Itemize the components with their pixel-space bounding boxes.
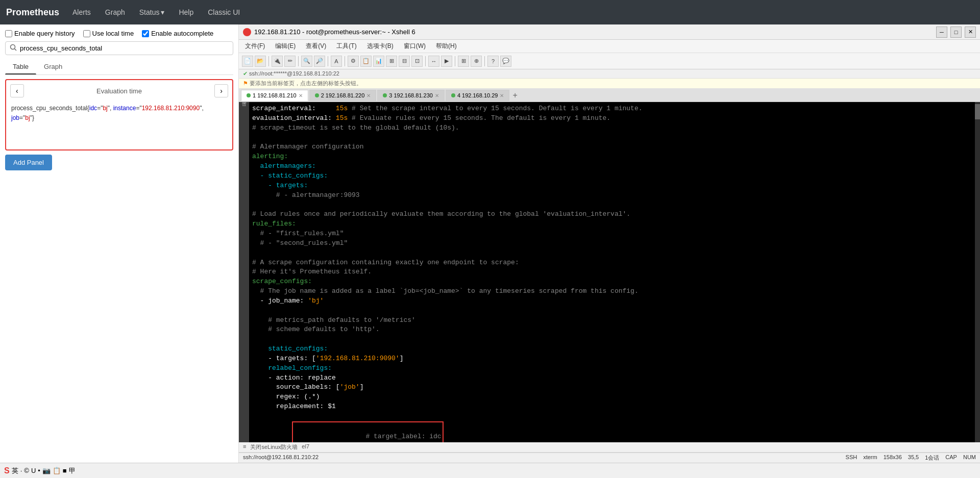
toolbar-btn-help[interactable]: ?: [487, 56, 499, 67]
toolbar-btn-connect[interactable]: 🔌: [272, 56, 283, 67]
xshell-tab-2-close[interactable]: ✕: [366, 93, 371, 98]
toolbar-sep-1: [268, 56, 269, 66]
xshell-tab-3-dot: [383, 93, 387, 97]
win-maximize-button[interactable]: □: [950, 27, 962, 38]
toolbar-btn-zoom[interactable]: ↔: [428, 56, 439, 67]
taskbar-icon2[interactable]: 📋: [53, 467, 61, 474]
toolbar-btn-paste[interactable]: ✏: [284, 56, 296, 67]
enable-query-history-checkbox[interactable]: [5, 30, 12, 37]
enable-autocomplete-text: Enable autocomplete: [151, 30, 213, 37]
eval-next-button[interactable]: ›: [214, 84, 228, 97]
toolbar-btn-more1[interactable]: ⊞: [458, 56, 469, 67]
terminal-line-22: [252, 306, 972, 316]
terminal-line-28: relabel_configs:: [252, 364, 972, 373]
taskbar-c[interactable]: ©: [24, 467, 29, 474]
toolbar-btn-screen[interactable]: ⊡: [411, 56, 423, 67]
toolbar-btn-font[interactable]: A: [331, 56, 342, 67]
bottom-toolbar-el7[interactable]: el7: [302, 443, 309, 451]
taskbar-icon4[interactable]: 甲: [69, 466, 76, 475]
taskbar-zh[interactable]: 英: [12, 466, 18, 475]
toolbar-btn-script[interactable]: ⚙: [348, 56, 359, 67]
terminal-line-4: [252, 133, 972, 143]
win-close-button[interactable]: ✕: [965, 27, 976, 38]
terminal-area[interactable]: scrape_interval: 15s # Set the scrape in…: [249, 102, 975, 442]
eval-time-label: Evaluation time: [26, 87, 213, 95]
toolbar-btn-open[interactable]: 📂: [255, 56, 266, 67]
search-input[interactable]: [20, 44, 229, 52]
eval-box: ‹ Evaluation time › process_cpu_seconds_…: [5, 79, 233, 150]
terminal-line-3: # scrape_timeout is set to the global de…: [252, 123, 972, 133]
tab-table[interactable]: Table: [5, 59, 36, 74]
toolbar-btn-chat[interactable]: 💬: [500, 56, 511, 67]
xshell-note-text: 要添加当前标签页，点击左侧的标签头按钮。: [250, 80, 362, 86]
menu-tools[interactable]: 工具(T): [334, 41, 358, 52]
enable-autocomplete-label[interactable]: Enable autocomplete: [142, 30, 213, 37]
toolbar-btn-search[interactable]: 🔍: [301, 56, 312, 67]
nav-help[interactable]: Help: [176, 6, 197, 18]
svg-line-1: [15, 49, 17, 51]
xshell-tab-4-close[interactable]: ✕: [500, 93, 504, 98]
xshell-tab-2[interactable]: 2 192.168.81.220 ✕: [309, 90, 377, 101]
xshell-window: 192.168.81.210 - root@prometheus-server:…: [239, 24, 980, 463]
xshell-side-icons: 折 叠 布 局: [239, 102, 249, 442]
xshell-tab-3-close[interactable]: ✕: [435, 93, 439, 98]
xshell-tab-4[interactable]: 4 192.168.10.29 ✕: [446, 90, 510, 101]
use-local-time-text: Use local time: [92, 30, 134, 37]
xshell-vscroll[interactable]: [975, 102, 980, 442]
scrollbar-thumb: [975, 104, 980, 119]
nav-classic-ui[interactable]: Classic UI: [205, 6, 243, 18]
terminal-line-32: replacement: $1: [252, 402, 972, 412]
xshell-tab-3[interactable]: 3 192.168.81.230 ✕: [377, 90, 445, 101]
toolbar-btn-sftp[interactable]: 📊: [373, 56, 384, 67]
use-local-time-checkbox[interactable]: [83, 30, 90, 37]
nav-status[interactable]: Status ▾: [136, 6, 168, 18]
use-local-time-label[interactable]: Use local time: [83, 30, 134, 37]
toolbar-btn-transfer[interactable]: 📋: [360, 56, 372, 67]
terminal-line-18: # Here it's Prometheus itself.: [252, 267, 972, 277]
menu-help[interactable]: 帮助(H): [434, 41, 459, 52]
enable-query-history-label[interactable]: Enable query history: [5, 30, 75, 37]
bottom-taskbar: S 英 · © U • 📷 📋 ■ 甲: [0, 463, 980, 478]
enable-autocomplete-checkbox[interactable]: [142, 30, 149, 37]
xshell-body-wrap: 折 叠 布 局 scrape_interval: 15s # Set the s…: [239, 102, 980, 442]
xshell-tab-add[interactable]: +: [510, 91, 519, 100]
menu-edit[interactable]: 编辑(E): [273, 41, 298, 52]
xshell-note-bar: ⚑ 要添加当前标签页，点击左侧的标签头按钮。: [239, 79, 980, 89]
top-nav: Prometheus Alerts Graph Status ▾ Help Cl…: [0, 0, 980, 24]
toolbar-btn-more2[interactable]: ⊕: [471, 56, 482, 67]
toolbar-sep-3: [328, 56, 328, 66]
bottom-toolbar-icon: ≡: [243, 443, 246, 451]
toolbar-btn-find[interactable]: 🔎: [314, 56, 325, 67]
terminal-line-9: - targets:: [252, 181, 972, 191]
toolbar-btn-forward[interactable]: ▶: [441, 56, 452, 67]
status-ssh-label: SSH: [846, 454, 857, 462]
tab-graph[interactable]: Graph: [36, 59, 70, 74]
taskbar-icon3[interactable]: ■: [63, 467, 67, 474]
terminal-line-6: alerting:: [252, 152, 972, 162]
terminal-line-23: # metrics_path defaults to '/metrics': [252, 316, 972, 325]
terminal-line-13: rule_files:: [252, 219, 972, 229]
taskbar-dot2: •: [38, 467, 40, 474]
menu-window[interactable]: 窗口(W): [402, 41, 428, 52]
status-session: 1会话: [925, 454, 939, 462]
xshell-status-right: SSH xterm 158x36 35,5 1会话 CAP NUM: [846, 454, 976, 462]
eval-prev-button[interactable]: ‹: [10, 84, 24, 97]
toolbar-btn-tiles[interactable]: ⊟: [399, 56, 410, 67]
toolbar-btn-new[interactable]: 📄: [242, 56, 253, 67]
taskbar-icon1[interactable]: 📷: [42, 467, 51, 474]
nav-alerts[interactable]: Alerts: [69, 6, 94, 18]
xshell-tab-1[interactable]: 1 192.168.81.210 ✕: [241, 90, 308, 101]
menu-tabs[interactable]: 选项卡(B): [365, 41, 396, 52]
add-panel-button[interactable]: Add Panel: [5, 155, 52, 170]
nav-graph[interactable]: Graph: [102, 6, 128, 18]
toolbar-btn-grid[interactable]: ⊞: [386, 56, 397, 67]
terminal-line-33: # target_label: idc #- action: labelkeep…: [252, 412, 444, 442]
taskbar-u[interactable]: U: [31, 467, 36, 474]
menu-file[interactable]: 文件(F): [243, 41, 267, 52]
win-minimize-button[interactable]: ─: [936, 27, 947, 38]
xshell-tab-1-close[interactable]: ✕: [299, 93, 303, 98]
menu-view[interactable]: 查看(V): [304, 41, 328, 52]
terminal-line-1: scrape_interval: 15s # Set the scrape in…: [252, 104, 972, 114]
result-value-area: [10, 125, 228, 145]
bottom-toolbar-selinux[interactable]: 关闭seLinux防火墙: [250, 443, 298, 451]
